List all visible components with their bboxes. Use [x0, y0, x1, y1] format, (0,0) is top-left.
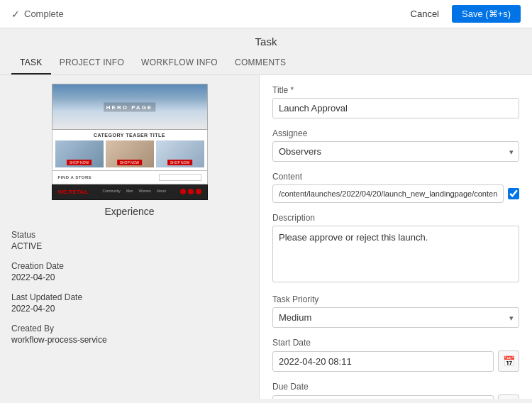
status-row: Status ACTIVE: [11, 230, 248, 251]
find-store: FIND A STORE: [52, 171, 208, 184]
preview-container: HERO PAGE CATEGORY TEASER TITLE SHOP NOW…: [52, 84, 208, 200]
tab-task[interactable]: TASK: [11, 52, 51, 74]
cancel-button[interactable]: Cancel: [404, 6, 446, 22]
tab-comments[interactable]: COMMENTS: [226, 52, 294, 74]
nav-links: Community Men Women About: [103, 189, 166, 193]
social-icon-1: [180, 189, 186, 194]
content-field-group: Content: [272, 172, 519, 203]
find-store-text: FIND A STORE: [58, 175, 92, 180]
creation-date-label: Creation Date: [11, 261, 248, 271]
start-date-label: Start Date: [272, 338, 519, 348]
calendar-icon: 📅: [503, 355, 515, 367]
left-panel: HERO PAGE CATEGORY TEASER TITLE SHOP NOW…: [0, 75, 259, 399]
creation-date-row: Creation Date 2022-04-20: [11, 261, 248, 282]
bottom-nav: WE.RETAIL Community Men Women About: [52, 184, 208, 200]
social-icon-2: [188, 189, 194, 194]
nav-link-2: Men: [126, 189, 133, 193]
description-label: Description: [272, 213, 519, 223]
check-icon: ✓: [11, 9, 20, 20]
tab-workflow-info[interactable]: WORKFLOW INFO: [133, 52, 226, 74]
content-checkbox[interactable]: [508, 188, 519, 199]
due-date-calendar-button[interactable]: 📅: [498, 394, 519, 399]
category-section: CATEGORY TEASER TITLE SHOP NOW SHOP NOW …: [52, 130, 208, 171]
start-date-input[interactable]: [272, 351, 494, 372]
category-item-3: SHOP NOW: [156, 140, 204, 167]
content-label: Content: [272, 172, 519, 182]
title-field-group: Title *: [272, 85, 519, 118]
find-store-input[interactable]: [159, 174, 201, 181]
description-textarea[interactable]: Please approve or reject this launch.: [272, 226, 519, 282]
top-bar: ✓ Complete Cancel Save (⌘+s): [0, 0, 532, 28]
description-field-group: Description Please approve or reject thi…: [272, 213, 519, 285]
assignee-field-group: Assignee Observers Admin Editor ▾: [272, 128, 519, 162]
category-item-2: SHOP NOW: [106, 140, 154, 167]
content-input[interactable]: [272, 184, 504, 203]
nav-link-3: Women: [139, 189, 151, 193]
category-title: CATEGORY TEASER TITLE: [55, 133, 204, 138]
cat-btn-1: SHOP NOW: [67, 160, 92, 165]
created-by-value: workflow-process-service: [11, 335, 248, 345]
right-panel: Title * Assignee Observers Admin Editor …: [259, 75, 532, 399]
category-item-1: SHOP NOW: [55, 140, 104, 167]
due-date-field-group: Due Date 📅: [272, 382, 519, 399]
last-updated-value: 2022-04-20: [11, 304, 248, 314]
priority-label: Task Priority: [272, 294, 519, 304]
cat-btn-3: SHOP NOW: [167, 160, 193, 165]
tabs-bar: TASK PROJECT INFO WORKFLOW INFO COMMENTS: [0, 52, 532, 75]
main-content: HERO PAGE CATEGORY TEASER TITLE SHOP NOW…: [0, 75, 532, 399]
created-by-row: Created By workflow-process-service: [11, 324, 248, 345]
creation-date-value: 2022-04-20: [11, 272, 248, 282]
assignee-select[interactable]: Observers Admin Editor: [272, 141, 519, 162]
title-input[interactable]: [272, 98, 519, 118]
status-value: ACTIVE: [11, 241, 248, 251]
priority-select-wrapper: Low Medium High ▾: [272, 307, 519, 328]
due-date-label: Due Date: [272, 382, 519, 392]
social-icon-3: [196, 189, 201, 194]
info-section: Status ACTIVE Creation Date 2022-04-20 L…: [11, 224, 248, 345]
last-updated-row: Last Updated Date 2022-04-20: [11, 292, 248, 314]
status-label: Status: [11, 230, 248, 240]
save-button[interactable]: Save (⌘+s): [452, 5, 521, 23]
start-date-calendar-button[interactable]: 📅: [498, 350, 519, 372]
last-updated-label: Last Updated Date: [11, 292, 248, 302]
due-date-row: 📅: [272, 394, 519, 399]
nav-link-4: About: [157, 189, 166, 193]
cat-btn-2: SHOP NOW: [117, 160, 143, 165]
title-label: Title *: [272, 85, 519, 95]
assignee-select-wrapper: Observers Admin Editor ▾: [272, 141, 519, 162]
content-row: [272, 184, 519, 203]
tab-project-info[interactable]: PROJECT INFO: [51, 52, 133, 74]
preview-label: Experience: [11, 206, 248, 217]
priority-field-group: Task Priority Low Medium High ▾: [272, 294, 519, 328]
due-date-input[interactable]: [272, 395, 494, 399]
complete-label: Complete: [24, 9, 64, 19]
start-date-field-group: Start Date 📅: [272, 338, 519, 372]
nav-link-1: Community: [103, 189, 121, 193]
assignee-label: Assignee: [272, 128, 519, 138]
priority-select[interactable]: Low Medium High: [272, 307, 519, 328]
complete-status: ✓ Complete: [11, 9, 64, 20]
hero-image: HERO PAGE: [52, 84, 208, 130]
page-title: Task: [0, 28, 532, 52]
social-icons: [180, 189, 201, 194]
created-by-label: Created By: [11, 324, 248, 333]
category-items: SHOP NOW SHOP NOW SHOP NOW: [55, 140, 204, 167]
start-date-row: 📅: [272, 350, 519, 372]
top-bar-actions: Cancel Save (⌘+s): [404, 5, 521, 23]
hero-label: HERO PAGE: [104, 102, 155, 111]
brand-logo: WE.RETAIL: [58, 189, 89, 195]
